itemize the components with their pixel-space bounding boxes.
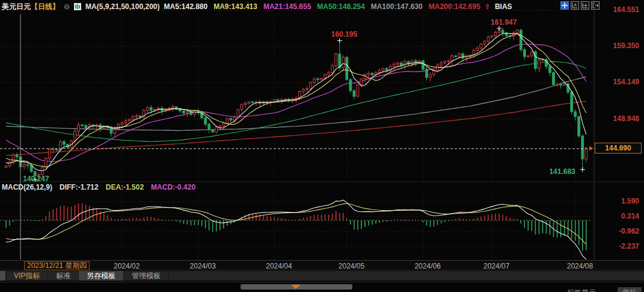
horizontal-scroll-thumb[interactable]: [241, 284, 352, 290]
current-price-badge: 144.690: [595, 143, 642, 154]
ma200-line: [6, 101, 586, 155]
ma-legend-item: MA9:143.413: [213, 2, 257, 11]
high-annotation: 161.947: [491, 18, 517, 26]
macd-axis-label: -2.237: [596, 242, 639, 250]
date-tick-label: 2024/07: [483, 262, 509, 270]
chart-header: 美元日元【日线】 ⊖ MA(5,9,21,50,100,200) MA5:142…: [0, 0, 644, 13]
macd-diff-value: DIFF:-1.712: [60, 183, 99, 191]
tab-vip-indicator[interactable]: VIP指标: [6, 271, 48, 281]
pane-export-icon[interactable]: [591, 1, 600, 10]
pane-chart-right-icon[interactable]: [581, 1, 589, 10]
low-annotation: 141.683: [549, 167, 575, 176]
ma-legend-item: MA5:142.880: [164, 2, 207, 11]
macd-axis-label: 1.590: [596, 197, 639, 205]
up-arrow-icon: ⇧: [485, 2, 491, 11]
macd-params-label: MACD(26,12,9): [2, 183, 52, 191]
macd-axis-label: 0.314: [596, 212, 639, 220]
price-axis-label: 148.948: [596, 114, 639, 123]
tab-standard[interactable]: 标准: [48, 271, 79, 281]
ma100-line: [6, 77, 586, 131]
date-tick-label: 2024/06: [414, 262, 440, 270]
main-chart-canvas[interactable]: 160.195161.947140.247141.683: [0, 0, 644, 260]
tabbar-handle[interactable]: [0, 271, 6, 281]
price-axis-label: 154.149: [596, 78, 639, 86]
main-pane: [5, 28, 587, 179]
ma-legend-item: MA100:147.630: [371, 2, 423, 11]
period-label: 【日线】: [31, 2, 60, 11]
macd-axis-label: -0.962: [596, 227, 639, 235]
low-annotation: 140.247: [23, 175, 49, 183]
crosshair-date-badge: 2023/12/21 星期四: [24, 261, 90, 270]
macd-header: MACD(26,12,9) DIFF:-1.712 DEA:-1.502 MAC…: [2, 183, 195, 191]
ma-legend-item: MA200:142.695: [429, 2, 480, 11]
ma-legend-item: MA21:145.655: [263, 2, 311, 11]
diff-line: [6, 200, 586, 259]
ma-legend: MA5:142.880MA9:143.413MA21:145.655MA50:1…: [164, 2, 480, 11]
high-annotation: 160.195: [331, 30, 358, 39]
date-tick-label: 2024/08: [567, 262, 593, 270]
trading-app-window: 160.195161.947140.247141.683 美元日元【日线】 ⊖ …: [0, 0, 644, 292]
scroll-position-marker-icon: [291, 285, 301, 289]
pane-chart-up-icon[interactable]: [571, 1, 579, 10]
symbol-title: 美元日元【日线】: [2, 2, 60, 12]
candles: [5, 28, 587, 179]
date-axis: 2023/12/21 星期四 2024/022024/032024/042024…: [0, 260, 644, 270]
ma-legend-item: MA50:148.254: [317, 2, 364, 11]
bias-label: BIAS: [495, 2, 512, 11]
date-tick-label: 2024/03: [190, 262, 216, 270]
minus-circle-icon[interactable]: ⊖: [64, 2, 70, 11]
macd-pane: [0, 200, 592, 259]
template-tab-bar: VIP指标 标准 另存模板 管理模板: [0, 271, 644, 281]
chart-toolbar: [560, 1, 600, 10]
crosshair-tool-icon[interactable]: [560, 1, 569, 10]
tab-save-template[interactable]: 另存模板: [79, 271, 124, 281]
date-tick-label: 2024/02: [114, 262, 140, 270]
bottom-status-text: 标签显示: [567, 288, 596, 292]
date-tick-label: 2024/04: [266, 262, 292, 270]
symbol-name: 美元日元: [2, 2, 31, 11]
date-tick-label: 2024/05: [339, 262, 364, 270]
tab-manage-template[interactable]: 管理模板: [124, 271, 169, 281]
latest-price-arrow-icon: ➤: [588, 144, 593, 152]
ma-group-label: MA(5,9,21,50,100,200): [85, 2, 159, 11]
collapse-button[interactable]: 收起: [618, 287, 642, 292]
price-axis-label: 159.350: [596, 42, 639, 50]
bottom-scroll-bar: 标签显示 收起: [0, 282, 644, 292]
macd-dea-value: DEA:-1.502: [106, 183, 144, 191]
annotations: 160.195161.947140.247141.683: [23, 18, 585, 183]
candlestick-chart-icon[interactable]: [74, 3, 81, 10]
macd-macd-value: MACD:-0.420: [151, 183, 195, 191]
